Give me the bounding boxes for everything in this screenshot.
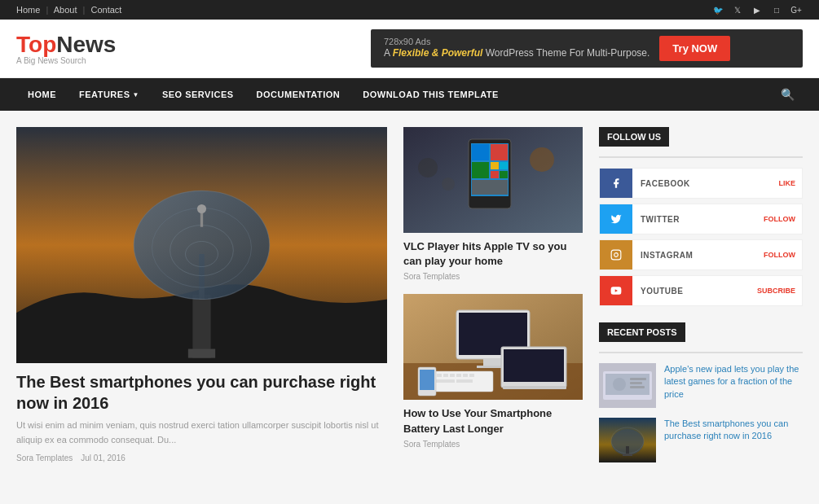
featured-author: Sora Templates	[16, 454, 73, 462]
recent-post-1: Apple's new ipad lets you play the lates…	[599, 363, 803, 408]
satellite-dish-svg	[16, 127, 387, 363]
svg-rect-22	[472, 180, 508, 195]
recent-thumb-2-svg	[599, 418, 656, 462]
featured-title: The Best smartphones you can purchase ri…	[16, 371, 387, 414]
svg-rect-55	[630, 382, 642, 384]
featured-date: Jul 01, 2016	[81, 454, 125, 462]
svg-rect-21	[500, 171, 508, 178]
svg-rect-34	[503, 386, 566, 389]
svg-rect-44	[456, 379, 473, 383]
featured-meta: Sora Templates Jul 01, 2016	[16, 454, 387, 462]
svg-rect-52	[605, 374, 649, 395]
featured-image	[16, 127, 387, 363]
svg-rect-2	[192, 295, 210, 358]
twitter-icon[interactable]: 𝕏	[731, 3, 744, 16]
featured-section: The Best smartphones you can purchase ri…	[16, 127, 387, 476]
main-content: The Best smartphones you can purchase ri…	[0, 111, 819, 492]
header: TopNews A Big News Sourch 728x90 Ads A F…	[0, 20, 819, 78]
smartphone-illustration	[403, 127, 583, 233]
features-dropdown-icon: ▼	[132, 91, 139, 99]
twitter-icon-box	[600, 204, 632, 234]
twitter-row[interactable]: TWITTER FOLLOW	[599, 204, 803, 234]
svg-rect-46	[420, 370, 434, 390]
svg-rect-3	[188, 349, 215, 358]
youtube-row[interactable]: YOUTUBE SUBCRIBE	[599, 275, 803, 306]
logo-first: Top	[16, 32, 56, 57]
mid-article-1-author: Sora Templates	[403, 272, 583, 281]
svg-rect-38	[443, 374, 448, 377]
sidebar: FOLLOW US FACEBOOK LIKE TWITTER FOLLOW	[599, 127, 803, 476]
svg-rect-19	[500, 162, 508, 169]
twitter-icon	[610, 213, 622, 225]
mid-article-2-title[interactable]: How to Use Your Smartphone Battery Last …	[403, 406, 583, 436]
svg-rect-37	[437, 374, 442, 377]
svg-rect-33	[504, 349, 564, 382]
recent-post-2: The Best smartphones you can purchase ri…	[599, 418, 803, 462]
svg-rect-42	[469, 374, 474, 377]
svg-rect-54	[630, 378, 646, 380]
svg-rect-30	[483, 359, 503, 366]
svg-rect-17	[472, 162, 489, 178]
svg-rect-16	[491, 144, 508, 160]
recent-posts-section: RECENT POSTS Apple's new ipad lets you p…	[599, 322, 803, 462]
ad-banner: 728x90 Ads A Flexible & Powerful WordPre…	[371, 29, 803, 68]
facebook-label: FACEBOOK	[632, 179, 778, 188]
recent-thumb-1-svg	[599, 363, 656, 408]
ad-size-label: 728x90 Ads	[384, 37, 649, 46]
nav-seo[interactable]: SEO SERVICES	[151, 78, 245, 111]
nav-search-button[interactable]: 🔍	[773, 80, 803, 109]
mid-article-2-author: Sora Templates	[403, 440, 583, 449]
recent-post-1-title[interactable]: Apple's new ipad lets you play the lates…	[664, 363, 803, 408]
svg-rect-15	[472, 144, 489, 160]
recent-posts-heading: RECENT POSTS	[599, 322, 685, 342]
featured-post: The Best smartphones you can purchase ri…	[16, 127, 387, 462]
main-nav: HOME FEATURES ▼ SEO SERVICES DOCUMENTATI…	[0, 78, 819, 111]
youtube-icon-box	[600, 276, 632, 305]
facebook-action[interactable]: LIKE	[778, 179, 802, 187]
svg-rect-39	[450, 374, 455, 377]
mid-article-1-title[interactable]: VLC Player hits Apple TV so you can play…	[403, 239, 583, 269]
youtube-icon	[610, 285, 622, 296]
facebook-icon[interactable]: 🐦	[711, 3, 724, 16]
featured-excerpt: Ut wisi enim ad minim veniam, quis nostr…	[16, 419, 387, 447]
mid-image-1	[403, 127, 583, 233]
facebook-icon	[610, 177, 622, 189]
logo[interactable]: TopNews A Big News Sourch	[16, 32, 116, 65]
facebook-row[interactable]: FACEBOOK LIKE	[599, 168, 803, 199]
svg-rect-47	[611, 250, 621, 260]
nav-home-link[interactable]: Home	[16, 5, 40, 15]
nav-home[interactable]: HOME	[16, 78, 68, 111]
nav-links: HOME FEATURES ▼ SEO SERVICES DOCUMENTATI…	[16, 78, 510, 111]
mid-article-2: How to Use Your Smartphone Battery Last …	[403, 294, 583, 448]
instagram-action[interactable]: FOLLOW	[764, 251, 802, 259]
svg-point-53	[613, 378, 626, 391]
svg-rect-56	[630, 386, 645, 388]
svg-rect-41	[463, 374, 468, 377]
top-bar: Home | About | Contact 🐦 𝕏 ▶ □ G+	[0, 0, 819, 20]
youtube-action[interactable]: SUBCRIBE	[757, 287, 802, 295]
nav-contact-link[interactable]: Contact	[90, 5, 121, 15]
svg-rect-20	[491, 171, 499, 178]
nav-features[interactable]: FEATURES ▼	[68, 78, 151, 111]
nav-download[interactable]: DOWNLOAD THIS TEMPLATE	[351, 78, 510, 111]
mid-article-1: VLC Player hits Apple TV so you can play…	[403, 127, 583, 281]
top-bar-social: 🐦 𝕏 ▶ □ G+	[711, 3, 803, 16]
google-plus-icon[interactable]: G+	[790, 3, 803, 16]
ad-try-button[interactable]: Try NOW	[659, 36, 730, 61]
follow-us-section: FOLLOW US FACEBOOK LIKE TWITTER FOLLOW	[599, 127, 803, 306]
desk-illustration	[403, 294, 583, 400]
svg-point-25	[442, 177, 455, 191]
follow-us-heading: FOLLOW US	[599, 127, 669, 147]
twitter-action[interactable]: FOLLOW	[764, 215, 802, 223]
nav-about-link[interactable]: About	[54, 5, 77, 15]
logo-second: News	[56, 32, 116, 57]
mid-image-2	[403, 294, 583, 400]
nav-documentation[interactable]: DOCUMENTATION	[245, 78, 352, 111]
instagram-icon[interactable]: □	[770, 3, 783, 16]
instagram-row[interactable]: INSTAGRAM FOLLOW	[599, 239, 803, 270]
svg-rect-61	[623, 454, 632, 456]
svg-point-11	[197, 204, 206, 213]
twitter-label: TWITTER	[632, 215, 764, 224]
youtube-icon[interactable]: ▶	[751, 3, 764, 16]
recent-post-2-title[interactable]: The Best smartphones you can purchase ri…	[664, 418, 803, 462]
